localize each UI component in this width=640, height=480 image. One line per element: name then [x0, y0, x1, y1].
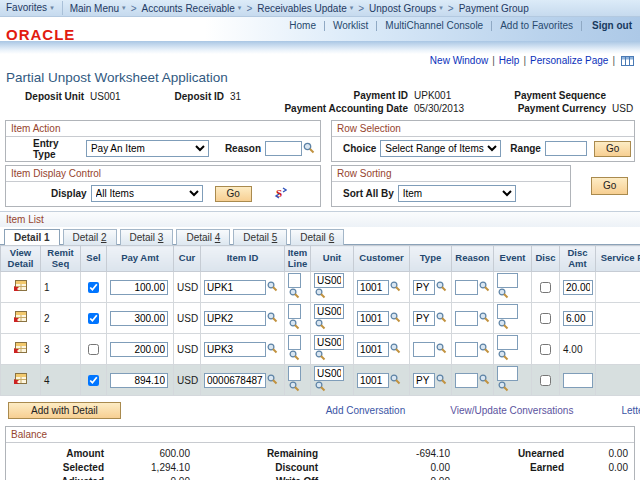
event-lookup-icon[interactable] [498, 288, 509, 301]
display-select[interactable]: All Items [91, 185, 203, 202]
item-line-lookup-icon[interactable] [289, 288, 300, 301]
type-lookup-icon[interactable] [436, 343, 447, 356]
customer-input[interactable] [357, 280, 389, 295]
reason-row-input[interactable] [455, 311, 478, 326]
header-link[interactable]: Worklist [325, 20, 376, 31]
reason-row-input[interactable] [455, 280, 478, 295]
unit-input[interactable] [314, 366, 344, 381]
pay-amt-input[interactable] [110, 311, 168, 326]
sort-all-by-select[interactable]: Item [398, 185, 516, 202]
tab-detail-4[interactable]: Detail 4 [176, 229, 230, 245]
customer-lookup-icon[interactable] [390, 281, 401, 294]
pagebar-link[interactable]: Help [499, 55, 520, 66]
view-detail-icon[interactable] [14, 345, 28, 356]
tab-detail-1[interactable]: Detail 1 [4, 229, 60, 245]
unit-input[interactable] [314, 304, 344, 319]
item-id-lookup-icon[interactable] [267, 374, 278, 387]
select-checkbox[interactable] [88, 282, 99, 293]
disc-checkbox[interactable] [540, 313, 551, 324]
view-update-conversations-link[interactable]: View/Update Conversations [450, 405, 573, 416]
customer-lookup-icon[interactable] [390, 343, 401, 356]
disc-checkbox[interactable] [540, 282, 551, 293]
customer-lookup-icon[interactable] [390, 312, 401, 325]
event-input[interactable] [497, 273, 518, 288]
unit-lookup-icon[interactable] [315, 319, 326, 332]
header-link[interactable]: MultiChannel Console [377, 20, 491, 31]
pagebar-link[interactable]: New Window [430, 55, 488, 66]
customer-lookup-icon[interactable] [390, 374, 401, 387]
type-input[interactable] [413, 342, 435, 357]
item-id-input[interactable] [204, 342, 266, 357]
type-input[interactable] [413, 280, 435, 295]
breadcrumb-item[interactable]: Receivables Update [257, 3, 347, 14]
pagebar-link[interactable]: Personalize Page [530, 55, 608, 66]
choice-select[interactable]: Select Range of Items [380, 140, 501, 157]
tab-detail-6[interactable]: Detail 6 [290, 229, 344, 245]
header-link[interactable]: Home [281, 20, 324, 31]
personalize-layout-icon[interactable] [621, 56, 634, 66]
type-lookup-icon[interactable] [436, 374, 447, 387]
disc-checkbox[interactable] [540, 344, 551, 355]
reason-lookup-icon[interactable] [479, 312, 490, 325]
unit-lookup-icon[interactable] [315, 350, 326, 363]
item-display-go-button[interactable]: Go [215, 186, 252, 202]
favorites-menu[interactable]: Favorites ▾ [0, 1, 63, 15]
event-input[interactable] [497, 366, 518, 381]
sign-out-link[interactable]: Sign out [582, 20, 634, 31]
tab-detail-5[interactable]: Detail 5 [233, 229, 287, 245]
type-lookup-icon[interactable] [436, 312, 447, 325]
reason-lookup-icon[interactable] [479, 374, 490, 387]
unit-lookup-icon[interactable] [315, 288, 326, 301]
header-link[interactable]: Add to Favorites [492, 20, 581, 31]
reason-lookup-icon[interactable] [479, 281, 490, 294]
select-checkbox[interactable] [88, 313, 99, 324]
type-lookup-icon[interactable] [436, 281, 447, 294]
currency-conversion-icon[interactable]: S [274, 186, 287, 202]
item-id-input[interactable] [204, 280, 266, 295]
unit-lookup-icon[interactable] [315, 381, 326, 394]
range-input[interactable] [545, 141, 587, 156]
disc-checkbox[interactable] [540, 375, 551, 386]
reason-input[interactable] [265, 141, 302, 156]
breadcrumb-item[interactable]: Unpost Groups [369, 3, 436, 14]
item-line-lookup-icon[interactable] [289, 350, 300, 363]
item-line-lookup-icon[interactable] [289, 319, 300, 332]
entry-type-select[interactable]: Pay An Item [86, 140, 209, 157]
event-lookup-icon[interactable] [498, 350, 509, 363]
item-id-lookup-icon[interactable] [267, 312, 278, 325]
view-detail-icon[interactable] [14, 283, 28, 294]
item-line-lookup-icon[interactable] [289, 381, 300, 394]
event-lookup-icon[interactable] [498, 381, 509, 394]
item-id-input[interactable] [204, 311, 266, 326]
select-checkbox[interactable] [88, 375, 99, 386]
add-with-detail-button[interactable]: Add with Detail [8, 402, 121, 419]
event-input[interactable] [497, 335, 518, 350]
row-sorting-go-button[interactable]: Go [591, 177, 628, 195]
reason-lookup-icon[interactable] [479, 343, 490, 356]
type-input[interactable] [413, 373, 435, 388]
reason-row-input[interactable] [455, 342, 478, 357]
breadcrumb-item[interactable]: Payment Group [459, 3, 529, 14]
view-detail-icon[interactable] [14, 314, 28, 325]
unit-input[interactable] [314, 273, 344, 288]
item-id-input[interactable] [204, 373, 266, 388]
item-line-input[interactable] [288, 335, 301, 350]
event-lookup-icon[interactable] [498, 319, 509, 332]
pay-amt-input[interactable] [110, 373, 168, 388]
breadcrumb-item[interactable]: Main Menu [70, 3, 119, 14]
view-detail-icon[interactable] [14, 376, 28, 387]
disc-amt-input[interactable] [563, 373, 593, 388]
add-conversation-link[interactable]: Add Conversation [326, 405, 406, 416]
row-selection-go-button[interactable]: Go [594, 141, 631, 157]
pay-amt-input[interactable] [110, 342, 168, 357]
pay-amt-input[interactable] [110, 280, 168, 295]
item-id-lookup-icon[interactable] [267, 343, 278, 356]
breadcrumb-item[interactable]: Accounts Receivable [141, 3, 234, 14]
disc-amt-input[interactable] [563, 280, 593, 295]
customer-input[interactable] [357, 311, 389, 326]
type-input[interactable] [413, 311, 435, 326]
item-line-input[interactable] [288, 304, 301, 319]
reason-lookup-icon[interactable] [303, 142, 315, 156]
unit-input[interactable] [314, 335, 344, 350]
customer-input[interactable] [357, 373, 389, 388]
